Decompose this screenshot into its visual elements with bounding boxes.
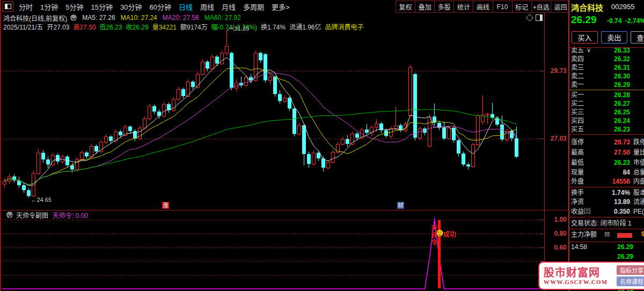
field-value: 13.89 — [614, 198, 630, 206]
chevron-down-icon[interactable] — [6, 212, 13, 218]
ask-price: 26.32 — [614, 55, 630, 63]
toolbar-item-返回[interactable]: 返回 — [551, 1, 570, 12]
main-flow-bar — [617, 233, 632, 238]
field-value: 84 — [623, 168, 630, 177]
bid-row: 买五26.23 — [569, 125, 644, 134]
field-row: 换手1.74%股本 — [569, 188, 644, 197]
price-axis-label: 27.03 — [544, 135, 567, 142]
bid-price: 26.28 — [614, 91, 630, 99]
field-value: 29.73 — [614, 138, 630, 147]
tick-price: 26.29 — [617, 252, 633, 261]
field-value: 26.23 — [614, 158, 630, 167]
field-row: 收益㈢0.350PE(动 — [569, 207, 644, 216]
field-row: 最高27.50量比 — [569, 148, 644, 157]
ask-row: 卖二26.30 — [569, 72, 644, 81]
indicator-axis-label: 1.00 — [544, 216, 567, 223]
watermark-title: 股市财富网 — [544, 267, 617, 279]
signal-text: 成功 — [443, 229, 456, 238]
查询-button[interactable]: 查询 — [631, 31, 644, 43]
ask-price: 26.31 — [614, 63, 630, 72]
field-label: 换手 — [571, 188, 584, 197]
ask-price: 26.29 — [614, 81, 630, 89]
field-label2: 内盘 — [633, 177, 644, 186]
field-label2: 量比 — [633, 148, 644, 157]
bid-price: 26.23 — [614, 125, 630, 134]
bid-row: 买二26.27 — [569, 99, 644, 108]
field-label2: 股本 — [633, 188, 644, 197]
field-label2: 市值 — [633, 158, 644, 167]
field-value: 14556 — [612, 177, 630, 186]
field-row: 净资13.89流通 — [569, 198, 644, 206]
indicator-axis-label: 0.80 — [544, 230, 567, 237]
field-label2: PE(动 — [633, 207, 644, 216]
status-row: 交易状态: 闭市阶段 1 — [569, 219, 644, 228]
tick-row: 26.29 — [569, 252, 644, 261]
ask-label: 卖四 — [571, 55, 584, 63]
trading-app-window: 分时1分钟5分钟15分钟30分钟60分钟日线周线月线多周期更多> 复权叠加多股统… — [0, 0, 644, 291]
field-label2: 总量 — [633, 168, 644, 177]
price-change: -0.74 — [607, 17, 621, 25]
last-price: 26.29 — [571, 14, 597, 26]
watermark-badge-指标分享[interactable]: 指标分享 — [617, 265, 644, 275]
bid-price: 26.25 — [614, 108, 630, 117]
quote-separator — [569, 134, 644, 135]
quote-panel: 鸿合科技 002955 26.29 -0.74 -2.74% 买入卖出查询卖五¥… — [569, 0, 644, 291]
tick-row: 14:5826.29 — [569, 243, 644, 251]
watermark-badges: 指标分享名师课程 — [617, 265, 644, 286]
watermark-badge-名师课程[interactable]: 名师课程 — [617, 277, 644, 286]
field-row: 外盘14556内盘 — [569, 177, 644, 186]
ask-label: 卖一 — [571, 81, 584, 89]
bid-price: 26.27 — [614, 99, 630, 108]
main-flow-number: 9 — [641, 230, 644, 238]
field-label: 外盘 — [571, 177, 584, 186]
quote-separator — [569, 47, 644, 48]
卖出-button[interactable]: 卖出 — [601, 31, 627, 43]
field-label: 现量 — [571, 168, 584, 177]
买入-button[interactable]: 买入 — [572, 31, 598, 43]
main-flow-label: 主力净额 — [571, 230, 597, 239]
watermark-box: 股市财富网 WWW.GSCFW.COM 指标分享名师课程 — [538, 261, 644, 290]
field-label: 最高 — [571, 148, 584, 157]
quote-separator — [569, 242, 644, 242]
bid-label: 买二 — [571, 99, 584, 108]
quote-separator — [569, 229, 644, 229]
sub-chart-header: 天师令副图 天师令: 0.00 — [3, 211, 88, 219]
field-value: 1.74% — [612, 188, 630, 197]
field-value: 0.350 — [614, 207, 630, 216]
bid-price: 26.24 — [614, 117, 630, 125]
event-badge-财[interactable]: 财 — [397, 202, 404, 209]
ask-label: 卖二 — [571, 72, 584, 81]
field-row: 最低26.23市值 — [569, 158, 644, 167]
watermark-text-block: 股市财富网 WWW.GSCFW.COM — [544, 267, 617, 285]
indicator-axis-label: 0.60 — [544, 244, 567, 251]
field-label2: 跌停 — [633, 138, 644, 147]
bid-row: 买一26.28 — [569, 91, 644, 99]
ask-row: 卖一26.29 — [569, 81, 644, 89]
field-row: 涨停29.73跌停 — [569, 138, 644, 147]
bid-row: 买三26.25 — [569, 108, 644, 117]
field-row: 现量84总量 — [569, 168, 644, 177]
candlestick-chart-canvas[interactable] — [1, 0, 544, 291]
ask-row: 卖三26.31 — [569, 63, 644, 72]
bid-label: 买一 — [571, 91, 584, 99]
field-label: 最低 — [571, 158, 584, 167]
signal-text-vertical: 天师令 — [429, 225, 438, 246]
ask-row: 卖四26.32 — [569, 55, 644, 63]
quote-separator — [569, 187, 644, 187]
field-label: 收益㈢ — [571, 207, 590, 216]
bid-row: 买四26.24 — [569, 117, 644, 125]
watermark-url[interactable]: WWW.GSCFW.COM — [544, 279, 617, 285]
bid-label: 买五 — [571, 125, 584, 134]
field-value: 27.50 — [614, 148, 630, 157]
list-icon[interactable]: ▤ — [604, 230, 610, 237]
quote-separator — [569, 217, 644, 217]
ask-label: 卖三 — [571, 63, 584, 72]
price-axis-label: 29.73 — [544, 67, 567, 75]
bid-label: 买四 — [571, 117, 584, 125]
field-label2: 流通 — [633, 198, 644, 206]
tick-price: 26.29 — [617, 243, 633, 251]
sub-chart-value: 天师令: 0.00 — [53, 210, 88, 220]
bid-label: 买三 — [571, 108, 584, 117]
event-badge-涨[interactable]: 涨 — [162, 202, 169, 209]
stock-name: 鸿合科技 — [571, 2, 603, 13]
